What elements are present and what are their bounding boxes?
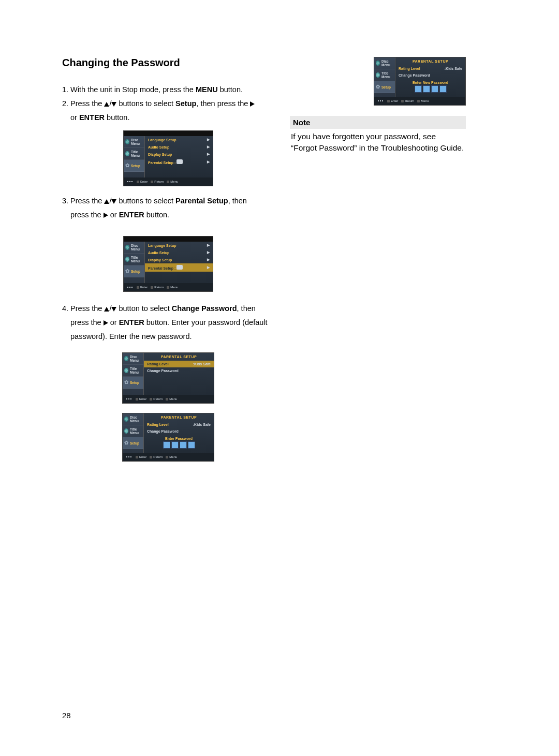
side-label: Setup xyxy=(130,381,139,384)
side-label: Title Menu xyxy=(130,427,143,435)
dpad-icon xyxy=(377,98,384,103)
t: button. xyxy=(218,85,243,94)
note-line: If you have forgotten your password, see xyxy=(291,131,465,142)
lock-icon xyxy=(176,159,183,164)
t: , then press the xyxy=(196,99,250,108)
side-label: Title Menu xyxy=(130,367,143,374)
menu-value: :Kids Safe xyxy=(193,423,211,426)
chevron-right-icon: ▶ xyxy=(207,250,210,255)
foot-label: Return xyxy=(154,180,164,183)
foot-label: Menu xyxy=(421,99,429,102)
step-4-cont1: press the or ENTER button. Enter your pa… xyxy=(62,317,274,328)
foot-label: Enter xyxy=(391,99,398,102)
t: or xyxy=(108,318,119,327)
foot-label: Menu xyxy=(170,286,178,289)
dpad-icon xyxy=(126,285,134,290)
menu-item: Audio Setup xyxy=(148,145,169,149)
chevron-right-icon: ▶ xyxy=(207,258,210,262)
note-box: Note If you have forgotten your password… xyxy=(290,116,466,156)
down-icon xyxy=(111,307,116,312)
disc-icon xyxy=(125,245,129,250)
password-prompt: Enter New Password xyxy=(395,79,465,85)
menu-item: Rating Level xyxy=(147,423,169,426)
password-boxes xyxy=(395,85,465,97)
t: ENTER xyxy=(119,318,144,327)
foot-label: Menu xyxy=(169,455,177,458)
t: press the xyxy=(70,318,104,327)
disc-icon xyxy=(125,139,129,144)
foot-label: Menu xyxy=(169,397,177,401)
foot-label: Return xyxy=(153,397,163,401)
section-heading: Changing the Password xyxy=(62,57,274,69)
menu-item: Display Setup xyxy=(148,258,172,262)
side-label: Setup xyxy=(131,164,140,168)
instructions-block: 3. Press the / buttons to select Parenta… xyxy=(62,196,274,220)
t: 1. With the unit in Stop mode, press the xyxy=(62,85,196,94)
password-prompt: Enter Password xyxy=(144,435,214,441)
t: press the xyxy=(70,211,104,219)
dpad-icon xyxy=(125,454,133,459)
foot-label: Enter xyxy=(139,397,146,401)
t: or xyxy=(108,211,119,219)
step-2: 2. Press the / buttons to select Setup, … xyxy=(62,98,274,109)
chevron-right-icon: ▶ xyxy=(207,243,210,247)
t: , then xyxy=(237,304,256,313)
t: Setup xyxy=(175,99,196,108)
side-label: Setup xyxy=(381,85,391,89)
title-icon xyxy=(124,368,128,373)
menu-item: Language Setup xyxy=(148,138,176,142)
menu-item: Rating Level xyxy=(399,67,420,70)
menu-item: Rating Level xyxy=(147,362,169,366)
foot-label: Return xyxy=(153,455,163,458)
step-2-cont: or ENTER button. xyxy=(62,112,274,123)
menu-item: Change Password xyxy=(147,369,179,373)
osd-setup-menu-2: Disc Menu Title Menu ✿Setup Language Set… xyxy=(123,236,213,292)
menu-item: Change Password xyxy=(399,73,430,77)
side-label: Setup xyxy=(130,441,139,445)
side-label: Disc Menu xyxy=(130,416,143,423)
instructions-block: 1. With the unit in Stop mode, press the… xyxy=(62,84,274,123)
note-line: “Forgot Password” in the Troubleshooting… xyxy=(291,142,465,154)
foot-label: Enter xyxy=(139,455,146,458)
disc-icon xyxy=(124,356,128,361)
right-icon xyxy=(104,320,108,325)
gear-icon: ✿ xyxy=(124,440,128,446)
title-icon xyxy=(125,151,129,156)
t: password). Enter the new password. xyxy=(70,332,192,340)
up-icon xyxy=(104,102,109,107)
osd-title: PARENTAL SETUP xyxy=(395,57,465,65)
chevron-right-icon: ▶ xyxy=(207,160,210,164)
t: 4. Press the xyxy=(62,304,104,313)
t: 2. Press the xyxy=(62,99,104,108)
osd-setup-menu-1: Disc Menu Title Menu ✿Setup Language Set… xyxy=(123,130,213,186)
menu-value: :Kids Safe xyxy=(193,362,211,366)
foot-label: Enter xyxy=(140,286,148,289)
t: Change Password xyxy=(172,304,237,313)
instructions-block: 4. Press the / button to select Change P… xyxy=(62,303,274,342)
step-4: 4. Press the / button to select Change P… xyxy=(62,303,274,314)
menu-item: Parental Setup : xyxy=(148,161,175,165)
disc-icon xyxy=(124,417,128,422)
t: MENU xyxy=(196,85,218,94)
chevron-right-icon: ▶ xyxy=(207,138,210,142)
lock-icon xyxy=(176,265,183,270)
password-boxes xyxy=(144,441,214,453)
chevron-right-icon: ▶ xyxy=(207,152,210,156)
note-title: Note xyxy=(290,116,466,129)
t: ENTER xyxy=(119,211,144,219)
right-icon xyxy=(250,101,255,107)
step-4-cont2: password). Enter the new password. xyxy=(62,331,274,342)
dpad-icon xyxy=(126,179,134,184)
foot-label: Menu xyxy=(170,180,178,183)
side-label: Disc Menu xyxy=(130,355,143,362)
step-3-cont: press the or ENTER button. xyxy=(62,210,274,220)
t: buttons to select xyxy=(116,197,175,205)
osd-parental-list: Disc Menu Title Menu ✿Setup PARENTAL SET… xyxy=(122,352,214,404)
up-icon xyxy=(104,307,109,312)
menu-item: Parental Setup : xyxy=(148,266,175,270)
dpad-icon xyxy=(125,396,133,402)
down-icon xyxy=(111,199,116,204)
osd-enter-password: Disc Menu Title Menu ✿Setup PARENTAL SET… xyxy=(122,413,214,462)
menu-item: Audio Setup xyxy=(148,251,169,255)
step-1: 1. With the unit in Stop mode, press the… xyxy=(62,84,274,95)
